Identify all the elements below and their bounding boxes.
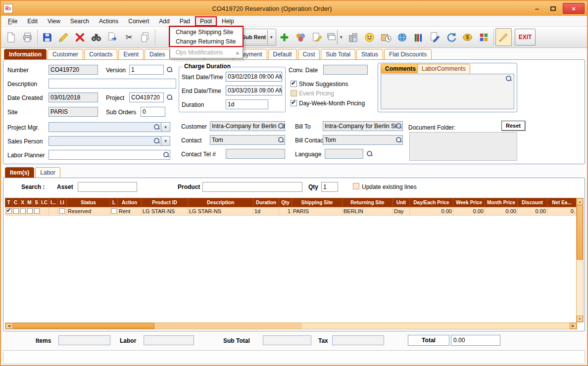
row-ii-checkbox[interactable] [59,208,65,214]
menu-file[interactable]: File [3,16,22,26]
vertical-scrollbar[interactable]: ▲ ▼ [576,198,584,322]
tab-status[interactable]: Status [356,49,383,59]
delete-button[interactable] [72,28,88,46]
reset-button[interactable]: Reset [501,121,525,131]
col-day-price[interactable]: Day/Each Price [410,198,453,207]
menu-actions[interactable]: Actions [94,16,123,26]
col-l[interactable]: L [110,198,118,207]
start-date-field[interactable]: 03/02/2018 09:00 AM [226,72,282,82]
cards-button[interactable]: ▼ [325,29,345,46]
customer-field[interactable]: Intra-Company for Berlin Site [210,121,285,131]
chevron-down-icon[interactable]: ▼ [337,30,344,45]
col-s[interactable]: S [33,198,40,207]
product-search-input[interactable] [202,182,302,192]
project-mgr-field[interactable] [49,122,161,132]
search-icon[interactable] [366,150,373,157]
col-idot[interactable]: I... [49,198,58,207]
cubes-button[interactable] [476,28,492,46]
refresh-button[interactable] [443,28,459,46]
tab-flat-discounts[interactable]: Flat Discounts [384,49,432,59]
contact-tel-field[interactable] [226,149,285,159]
col-duration[interactable]: Duration [253,198,279,207]
document-folder-box[interactable] [409,132,517,161]
copy-button[interactable] [137,28,153,46]
col-shipping-site[interactable]: Shipping Site [292,198,343,207]
row-s-checkbox[interactable] [34,208,40,214]
project-mgr-combo[interactable]: ▼ [49,122,170,132]
tab-cost[interactable]: Cost [298,49,320,59]
row-x-checkbox[interactable] [20,208,26,214]
tab-contacts[interactable]: Contacts [84,49,117,59]
col-status[interactable]: Status [67,198,110,207]
tab-items[interactable]: Item(s) [5,167,34,178]
minimize-button[interactable]: – [531,4,543,13]
vertical-scroll-thumb[interactable] [577,205,583,260]
horizontal-scroll-thumb[interactable] [13,323,154,329]
col-discount[interactable]: Discount [518,198,547,207]
version-field[interactable]: 1 [129,65,164,75]
menu-search[interactable]: Search [65,16,94,26]
update-lines-checkbox[interactable] [353,183,359,189]
print-button[interactable] [19,28,36,46]
event-pricing-checkbox[interactable] [291,90,297,96]
qty-input[interactable]: 1 [321,182,338,192]
col-m[interactable]: M [26,198,33,207]
search-icon[interactable] [166,66,173,73]
labor-planner-field[interactable] [49,150,170,160]
language-field[interactable] [325,149,363,159]
search-icon[interactable] [395,137,402,143]
col-unit[interactable]: Unit [393,198,410,207]
sales-person-field[interactable] [49,136,161,146]
sub-orders-field[interactable]: 0 [141,107,165,117]
menu-convert[interactable]: Convert [123,16,154,26]
tab-customer[interactable]: Customer [48,49,83,59]
col-action[interactable]: Action [118,198,142,207]
edit-button[interactable] [55,28,72,46]
menu-pad[interactable]: Pad [175,16,195,26]
catalog-button[interactable] [410,28,427,46]
menu-edit[interactable]: Edit [22,16,43,26]
show-suggestions-checkbox[interactable] [291,81,297,87]
search-icon[interactable] [395,123,402,129]
contact-field[interactable]: Tom [210,135,285,145]
edit-page-button[interactable] [427,28,443,46]
menu-add[interactable]: Add [154,16,174,26]
menu-item-change-returning-site[interactable]: Change Returning Site [171,37,242,46]
col-month-price[interactable]: Month Price [485,198,518,207]
duration-field[interactable]: 1d [226,99,268,109]
col-ic[interactable]: I.C [40,198,49,207]
table-row[interactable]: Reserved Rent LG STAR-NS LG STAR-NS 1d 1… [5,207,577,216]
comments-textarea[interactable] [381,74,514,109]
search-icon[interactable] [163,151,169,158]
add-item-button[interactable] [276,28,293,46]
search-icon[interactable] [153,137,160,144]
search-icon[interactable] [153,124,160,130]
description-field[interactable] [49,79,176,89]
sales-person-combo[interactable]: ▼ [49,136,170,146]
col-qty[interactable]: Qty [279,198,292,207]
col-returning-site[interactable]: Returning Site [343,198,393,207]
scroll-down-button[interactable]: ▼ [577,316,583,322]
tab-default[interactable]: Default [268,49,297,59]
site-field[interactable]: PARIS [49,107,98,117]
cut-button[interactable]: ✂ [121,28,137,46]
tab-information[interactable]: Information [4,49,47,59]
scroll-up-button[interactable]: ▲ [577,198,583,205]
group-button[interactable] [293,28,309,46]
number-field[interactable]: CO419720 [49,65,98,75]
dwm-pricing-checkbox[interactable] [291,100,297,106]
bill-to-field[interactable]: Intra-Company for Berlin Site [323,121,403,131]
tab-dates[interactable]: Dates [145,49,170,59]
paint-button[interactable] [495,28,512,46]
money-button[interactable]: $ [459,28,476,46]
menu-view[interactable]: View [43,16,65,26]
col-ii[interactable]: I.I [58,198,67,207]
search-icon[interactable] [278,123,284,129]
col-x[interactable]: X [19,198,26,207]
menu-help[interactable]: Help [217,16,239,26]
note-edit-button[interactable] [309,28,325,46]
search-icon[interactable] [278,137,284,143]
tab-sub-total[interactable]: Sub Total [321,49,355,59]
find-button[interactable] [88,28,104,46]
exit-button[interactable]: EXIT [515,29,536,46]
